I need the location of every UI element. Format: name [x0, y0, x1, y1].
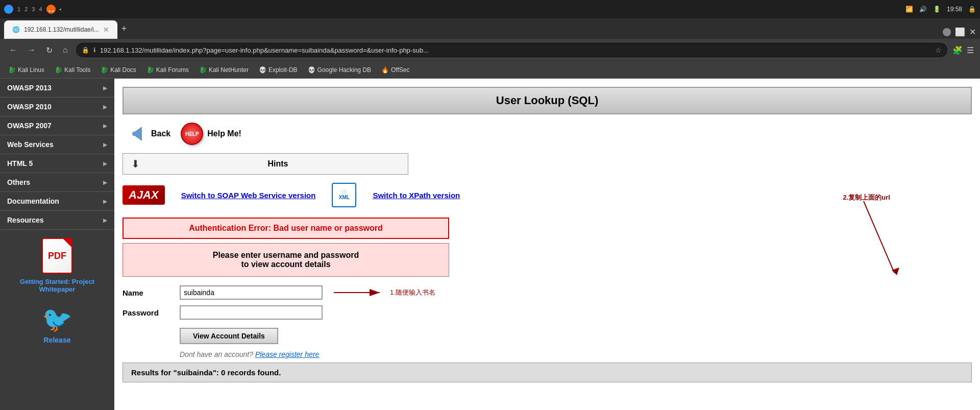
offsec-icon: 🔥	[381, 66, 389, 74]
arrow-icon: ▶	[103, 142, 107, 148]
form-container: Name 1.随便输入书名	[122, 285, 972, 358]
title-bar: 🌐 1 2 3 4 🦊 ▪ 📶 🔊 🔋 19:58 🔒	[0, 0, 980, 18]
sidebar-item-resources[interactable]: Resources ▶	[0, 211, 114, 230]
getting-started-label[interactable]: Getting Started: Project Whitepaper	[8, 278, 106, 293]
network-icon: 📶	[905, 6, 913, 13]
annotation-2: 2.复制上面的url	[843, 193, 890, 202]
sidebar-item-html5[interactable]: HTML 5 ▶	[0, 154, 114, 173]
register-section: Dont have an account? Please register he…	[180, 350, 972, 358]
browser-chrome: 🌐 1 2 3 4 🦊 ▪ 📶 🔊 🔋 19:58 🔒 🌐 192.168.1.…	[0, 0, 980, 79]
extensions-icon[interactable]: 🧩	[952, 45, 963, 55]
arrow-icon: ▶	[103, 104, 107, 110]
password-input[interactable]	[180, 305, 323, 320]
ajax-logo: AJAX	[122, 185, 165, 205]
arrow-icon: ▶	[103, 161, 107, 166]
new-tab-button[interactable]: +	[117, 22, 131, 35]
menu-icon[interactable]: ☰	[967, 45, 974, 55]
arrow-icon: ▶	[103, 199, 107, 204]
bookmark-exploit-db[interactable]: 💀 Exploit-DB	[255, 64, 302, 76]
kali-linux-icon: 🐉	[8, 66, 16, 74]
content-area: OWASP 2013 ▶ OWASP 2010 ▶ OWASP 2007 ▶ W…	[0, 79, 980, 410]
bird-icon: 🐦	[42, 305, 72, 334]
sidebar-item-owasp2013[interactable]: OWASP 2013 ▶	[0, 79, 114, 98]
sidebar-item-owasp2010[interactable]: OWASP 2010 ▶	[0, 98, 114, 116]
address-bar: 🔒 ℹ 192.168.1.132/mutillidae/index.php?p…	[75, 42, 948, 58]
annotation-text-1: 1.随便输入书名	[390, 288, 435, 297]
release-label[interactable]: Release	[44, 336, 71, 344]
arrow-icon: ▶	[103, 218, 107, 223]
action-bar: Back HELP Help Me!	[122, 123, 972, 145]
reload-button[interactable]: ↻	[43, 43, 56, 57]
main-content: User Lookup (SQL) Back HELP Help Me! ⬇ H…	[114, 79, 980, 410]
bookmark-kali-linux[interactable]: 🐉 Kali Linux	[4, 64, 48, 76]
arrow-icon: ▶	[103, 180, 107, 185]
close-browser-icon[interactable]: ✕	[969, 27, 976, 37]
hints-down-arrow-icon: ⬇	[123, 154, 148, 174]
kali-docs-icon: 🐉	[101, 66, 108, 74]
kali-tools-icon: 🐉	[55, 66, 62, 74]
home-button[interactable]: ⌂	[60, 43, 71, 57]
name-input[interactable]	[180, 285, 323, 300]
annotation-arrow-2-icon	[823, 201, 904, 293]
getting-started-section: PDF Getting Started: Project Whitepaper	[0, 230, 114, 301]
sidebar: OWASP 2013 ▶ OWASP 2010 ▶ OWASP 2007 ▶ W…	[0, 79, 114, 410]
help-circle-icon: HELP	[181, 123, 203, 145]
tab-title: 192.168.1.132/mutillidae/i...	[24, 26, 99, 33]
sidebar-item-web-services[interactable]: Web Services ▶	[0, 135, 114, 154]
kali-nethunter-icon: 🐉	[199, 66, 207, 74]
volume-icon: 🔊	[919, 6, 927, 13]
tab-close-icon[interactable]: ✕	[103, 26, 109, 34]
system-tray: 📶 🔊 🔋 19:58 🔒	[905, 6, 976, 13]
arrow-icon: ▶	[103, 85, 107, 91]
sidebar-item-owasp2007[interactable]: OWASP 2007 ▶	[0, 116, 114, 135]
tab-favicon: 🌐	[12, 26, 20, 33]
hints-bar[interactable]: ⬇ Hints	[122, 153, 408, 175]
url-display[interactable]: 192.168.1.132/mutillidae/index.php?page=…	[100, 46, 931, 54]
bookmarks-bar: 🐉 Kali Linux 🐉 Kali Tools 🐉 Kali Docs 🐉 …	[0, 61, 980, 79]
xpath-link[interactable]: Switch to XPath version	[373, 191, 460, 200]
lock-icon: 🔒	[968, 6, 976, 13]
info-icon: ℹ	[93, 46, 96, 54]
nav-bar: ← → ↻ ⌂ 🔒 ℹ 192.168.1.132/mutillidae/ind…	[0, 39, 980, 61]
clock: 19:58	[947, 6, 962, 13]
bookmark-kali-nethunter[interactable]: 🐉 Kali NetHunter	[195, 64, 253, 76]
firefox-icon: 🦊	[46, 5, 56, 14]
arrow-icon: ▶	[103, 123, 107, 129]
bookmark-kali-docs[interactable]: 🐉 Kali Docs	[96, 64, 140, 76]
release-section: 🐦 Release	[0, 301, 114, 348]
forward-nav-button[interactable]: →	[24, 43, 39, 57]
battery-icon: 🔋	[933, 6, 941, 13]
sidebar-item-documentation[interactable]: Documentation ▶	[0, 192, 114, 211]
password-label: Password	[122, 308, 174, 317]
sidebar-item-others[interactable]: Others ▶	[0, 173, 114, 192]
info-message: Please enter username and passwordto vie…	[122, 243, 449, 277]
soap-link[interactable]: Switch to SOAP Web Service version	[181, 191, 316, 200]
xml-icon: 📄 XML	[332, 183, 356, 207]
security-icon: 🔒	[82, 46, 89, 54]
hints-label: Hints	[148, 155, 408, 173]
maximize-icon[interactable]: ⬜	[955, 27, 965, 37]
bookmark-offsec[interactable]: 🔥 OffSec	[377, 64, 413, 76]
back-button[interactable]: Back	[122, 124, 170, 144]
name-annotation: 1.随便输入书名	[329, 285, 435, 300]
google-hacking-icon: 💀	[308, 66, 315, 74]
results-bar: Results for "suibainda": 0 records found…	[122, 363, 972, 382]
bookmark-kali-tools[interactable]: 🐉 Kali Tools	[51, 64, 94, 76]
exploit-db-icon: 💀	[259, 66, 266, 74]
annotation-arrow-icon	[329, 285, 390, 300]
back-arrow-icon	[122, 124, 147, 144]
register-link[interactable]: Please register here	[255, 350, 319, 358]
back-nav-button[interactable]: ←	[6, 43, 20, 57]
kali-forums-icon: 🐉	[146, 66, 154, 74]
tab-bar: 🌐 192.168.1.132/mutillidae/i... ✕ + ⬜ ✕	[0, 18, 980, 39]
bookmark-star-icon[interactable]: ☆	[935, 46, 942, 54]
bookmark-google-hacking[interactable]: 💀 Google Hacking DB	[304, 64, 375, 76]
help-button[interactable]: HELP Help Me!	[181, 123, 241, 145]
view-account-button[interactable]: View Account Details	[180, 328, 278, 344]
svg-rect-1	[133, 132, 142, 136]
profile-circle[interactable]	[943, 28, 951, 36]
pdf-icon: PDF	[42, 238, 72, 274]
browser-icon: 🌐	[4, 5, 13, 14]
bookmark-kali-forums[interactable]: 🐉 Kali Forums	[142, 64, 193, 76]
active-tab[interactable]: 🌐 192.168.1.132/mutillidae/i... ✕	[4, 20, 117, 39]
